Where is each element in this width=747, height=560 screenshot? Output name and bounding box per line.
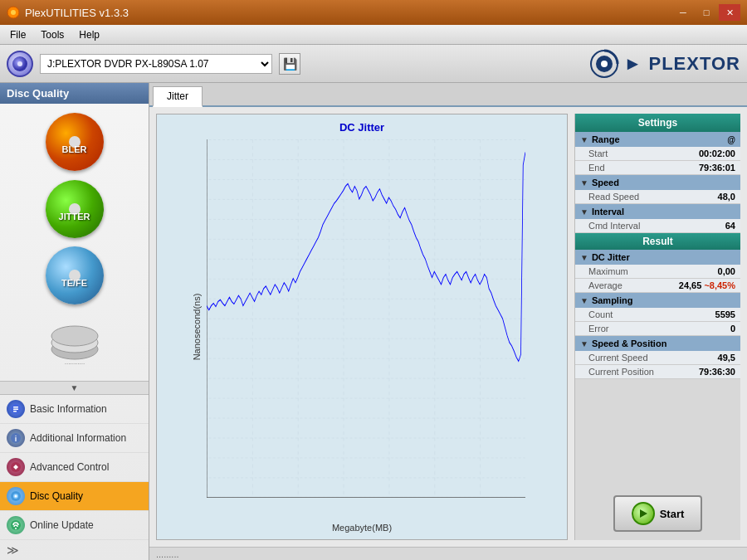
- range-end-label: End: [588, 163, 605, 173]
- tefe-disc: TE/FE: [46, 246, 104, 304]
- range-collapse-icon: ▼: [580, 135, 588, 144]
- count-value: 5595: [715, 309, 735, 319]
- cmd-interval-label: Cmd Interval: [588, 221, 640, 231]
- interval-section-label: Interval: [592, 207, 624, 217]
- speed-section: ▼ Speed Read Speed 48,0: [575, 175, 740, 204]
- drive-select[interactable]: J:PLEXTOR DVDR PX-L890SA 1.07: [40, 54, 272, 74]
- svg-point-3: [17, 61, 22, 66]
- sampling-section-header[interactable]: ▼ Sampling: [575, 293, 740, 308]
- sidebar-item-additional[interactable]: i Additional Information: [0, 424, 149, 453]
- disc-icon-bler[interactable]: BLER: [25, 110, 124, 174]
- interval-section-header[interactable]: ▼ Interval: [575, 204, 740, 219]
- range-section-label: Range: [592, 134, 620, 144]
- title-controls: ─ □ ✕: [672, 4, 740, 21]
- close-button[interactable]: ✕: [719, 4, 740, 21]
- read-speed-value: 48,0: [718, 192, 735, 202]
- dc-jitter-section-header[interactable]: ▼ DC Jitter: [575, 250, 740, 265]
- start-btn-area: Start: [575, 487, 740, 540]
- speed-section-label: Speed: [592, 178, 619, 187]
- cmd-interval-row: Cmd Interval 64: [575, 219, 740, 233]
- range-start-value: 00:02:00: [699, 149, 735, 158]
- plextor-brand-text: ► PLEXTOR: [624, 53, 740, 75]
- save-button[interactable]: 💾: [279, 53, 300, 75]
- content-status-bar: .........: [149, 547, 747, 560]
- dc-jitter-collapse-icon: ▼: [580, 253, 588, 262]
- speed-position-section-header[interactable]: ▼ Speed & Position: [575, 336, 740, 351]
- drive-icon: [7, 51, 33, 77]
- dc-jitter-section-label: DC Jitter: [592, 252, 630, 262]
- sampling-collapse-icon: ▼: [580, 296, 588, 305]
- misc-disc-svg: ...........: [50, 318, 100, 368]
- chart-wrapper: DC Jitter Nanosecond(ns) Megabyte(MB) 2 …: [156, 114, 568, 540]
- speed-section-header[interactable]: ▼ Speed: [575, 175, 740, 190]
- title-bar-left: PlexUTILITIES v1.3.3: [7, 6, 129, 19]
- start-btn-icon: [632, 502, 655, 525]
- basic-nav-label: Basic Information: [30, 403, 107, 415]
- chart-title: DC Jitter: [339, 121, 384, 134]
- drive-svg: [12, 56, 28, 72]
- start-btn-label: Start: [660, 508, 685, 520]
- additional-icon: i: [7, 429, 25, 447]
- maximum-label: Maximum: [588, 266, 628, 276]
- current-speed-row: Current Speed 49,5: [575, 351, 740, 365]
- menu-bar: File Tools Help: [0, 25, 747, 45]
- speed-collapse-icon: ▼: [580, 178, 588, 187]
- additional-icon-svg: i: [10, 432, 22, 444]
- maximum-value: 0,00: [718, 266, 735, 276]
- chart-container: DC Jitter Nanosecond(ns) Megabyte(MB) 2 …: [149, 107, 747, 547]
- svg-marker-52: [640, 509, 647, 518]
- settings-panel: Settings ▼ Range @ Start 00:02:00 End 79…: [574, 114, 740, 540]
- svg-rect-23: [207, 139, 525, 498]
- count-row: Count 5595: [575, 308, 740, 322]
- sidebar: Disc Quality BLER JITTER TE/FE: [0, 83, 149, 560]
- maximum-row: Maximum 0,00: [575, 265, 740, 279]
- sidebar-item-online[interactable]: Online Update: [0, 511, 149, 540]
- range-start-row: Start 00:02:00: [575, 147, 740, 161]
- tab-jitter[interactable]: Jitter: [153, 86, 203, 107]
- svg-rect-14: [13, 411, 17, 412]
- average-row: Average 24,65 ~8,45%: [575, 279, 740, 293]
- disc-icon-jitter[interactable]: JITTER: [25, 178, 124, 241]
- menu-tools[interactable]: Tools: [34, 27, 71, 42]
- range-end-row: End 79:36:01: [575, 161, 740, 175]
- interval-section: ▼ Interval Cmd Interval 64: [575, 204, 740, 233]
- svg-text:...........: ...........: [64, 358, 84, 366]
- error-label: Error: [588, 324, 608, 334]
- start-button[interactable]: Start: [613, 495, 703, 532]
- chart-svg: 2 4 6 8 10 12 14 16 18 20 22 24 26 28 30…: [207, 139, 525, 498]
- speed-position-section: ▼ Speed & Position Current Speed 49,5 Cu…: [575, 336, 740, 379]
- sampling-section: ▼ Sampling Count 5595 Error 0: [575, 293, 740, 336]
- minimize-button[interactable]: ─: [672, 4, 694, 21]
- result-header: Result: [575, 233, 740, 250]
- app-icon: [7, 6, 20, 19]
- disc-icons-list: BLER JITTER TE/FE: [0, 104, 149, 381]
- read-speed-label: Read Speed: [588, 192, 639, 202]
- svg-text:i: i: [15, 435, 17, 443]
- sidebar-item-advanced[interactable]: Advanced Control: [0, 453, 149, 482]
- menu-file[interactable]: File: [3, 27, 32, 42]
- online-icon-svg: [10, 519, 22, 531]
- disc-icon-misc[interactable]: ...........: [25, 311, 124, 375]
- average-label: Average: [588, 280, 622, 290]
- current-speed-value: 49,5: [718, 353, 735, 363]
- current-position-label: Current Position: [588, 367, 654, 377]
- plextor-logo: ► PLEXTOR: [589, 49, 740, 79]
- sp-collapse-icon: ▼: [580, 339, 588, 348]
- nav-items: Basic Information i Additional Informati…: [0, 394, 149, 540]
- tab-bar: Jitter: [149, 83, 747, 107]
- range-section-header[interactable]: ▼ Range @: [575, 132, 740, 147]
- menu-help[interactable]: Help: [72, 27, 106, 42]
- current-position-row: Current Position 79:36:30: [575, 365, 740, 379]
- sidebar-expand-arrow[interactable]: ≫: [0, 540, 149, 560]
- average-value: 24,65 ~8,45%: [679, 280, 735, 290]
- disc-icon-tefe[interactable]: TE/FE: [25, 244, 124, 308]
- count-label: Count: [588, 309, 613, 319]
- sidebar-item-basic[interactable]: Basic Information: [0, 395, 149, 424]
- tefe-label: TE/FE: [61, 278, 87, 288]
- sidebar-scroll-down[interactable]: ▼: [0, 381, 149, 394]
- maximize-button[interactable]: □: [696, 4, 717, 21]
- range-section: ▼ Range @ Start 00:02:00 End 79:36:01: [575, 132, 740, 175]
- sidebar-item-disc[interactable]: Disc Quality: [0, 482, 149, 511]
- advanced-icon: [7, 458, 25, 476]
- svg-point-1: [11, 10, 16, 15]
